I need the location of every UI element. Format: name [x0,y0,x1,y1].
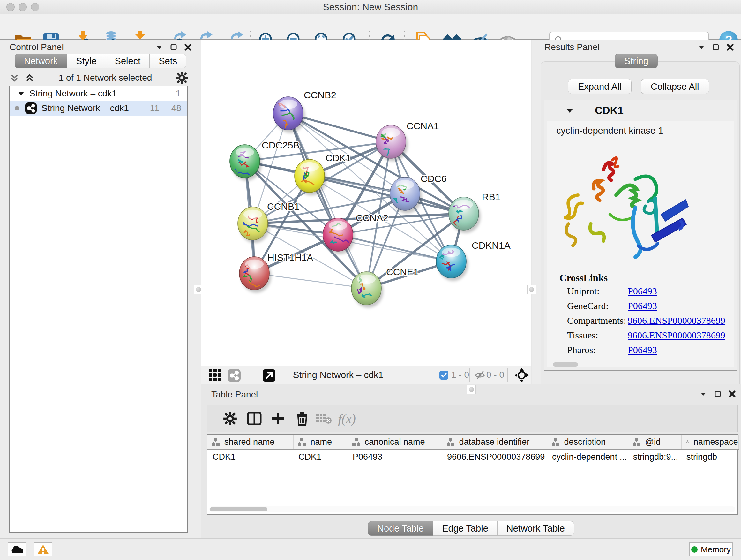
crosslink-link[interactable]: P06493 [628,286,657,297]
collapse-all-networks-icon[interactable] [24,72,35,83]
column-header-canonical-name[interactable]: canonical name [347,435,442,449]
grid-view-icon[interactable] [208,368,222,382]
node-table[interactable]: shared namenamecanonical namedatabase id… [207,434,738,515]
crosslink-label: Uniprot: [559,286,628,297]
edge-CCNA2-CDKN1A[interactable] [338,235,451,261]
edge-count: 48 [172,103,181,113]
delete-column-button[interactable] [293,409,312,428]
share-view-icon[interactable] [227,369,241,382]
crosslinks-title: CrossLinks [559,272,725,284]
table-options-button[interactable] [220,409,240,428]
collapse-panel-icon[interactable] [697,44,705,51]
warnings-button[interactable] [34,543,52,557]
node-CDKN1A[interactable]: CDKN1A [436,240,511,281]
delete-table-button-disabled [314,409,333,428]
tab-node-table[interactable]: Node Table [368,521,433,536]
table-cell[interactable]: CDK1 [293,449,347,464]
column-header-database-identifier[interactable]: database identifier [442,435,547,449]
node-RB1[interactable]: RB1 [449,192,500,233]
hierarchy-icon [686,438,689,446]
crosslink-link[interactable]: 9606.ENSP00000378699 [628,330,725,341]
show-columns-button[interactable] [245,409,264,428]
table-hscrollbar[interactable] [209,506,735,512]
expand-all-networks-icon[interactable] [9,72,20,83]
tree-expand-icon[interactable] [17,90,25,98]
expand-collapse-box: Expand All Collapse All [544,73,737,98]
cloud-status-button[interactable] [8,543,26,557]
hidden-counts: 0 - 0 [486,366,504,383]
column-header-shared-name[interactable]: shared name [207,435,293,449]
left-splitter-handle[interactable] [194,285,203,294]
float-panel-icon[interactable] [712,44,719,51]
entry-collapse-icon[interactable] [565,106,574,115]
tab-string[interactable]: String [615,54,658,68]
collapse-all-button[interactable]: Collapse All [641,79,709,94]
fx-icon: f(x) [338,411,356,426]
toolbar-separator [285,368,285,381]
protein-entry-header[interactable]: CDK1 [544,100,737,121]
tab-select[interactable]: Select [106,54,150,68]
right-splitter-handle[interactable] [527,285,536,294]
node-label: CCNE1 [386,266,419,277]
node-CCNB2[interactable]: CCNB2 [273,90,336,133]
expand-all-button[interactable]: Expand All [568,79,631,94]
create-column-button[interactable] [268,409,287,428]
tab-network-table[interactable]: Network Table [497,521,574,536]
column-header-namespace[interactable]: namespace [681,435,738,449]
tab-style[interactable]: Style [67,54,106,68]
tab-network[interactable]: Network [15,54,67,68]
table-cell[interactable]: stringdb [681,449,738,464]
column-header-@id[interactable]: @id [628,435,681,449]
node-label: CDK1 [326,152,351,163]
network-canvas[interactable]: CCNB2CCNA1CDC25BCDK1CDC6RB1CCNB1CCNA2CDK… [201,40,531,366]
node-CDC25B[interactable]: CDC25B [230,140,299,181]
network-collection-row[interactable]: String Network – cdk1 1 [10,86,187,101]
memory-button[interactable]: Memory [689,543,733,557]
float-panel-icon[interactable] [714,390,721,397]
crosslink-link[interactable]: P06493 [628,345,657,355]
network-row-selected[interactable]: String Network – cdk1 11 48 [10,101,187,116]
network-options-gear-icon[interactable] [176,71,188,84]
node-label: CDC25B [262,140,299,150]
close-panel-icon[interactable] [726,44,734,51]
table-cell[interactable]: CDK1 [207,449,293,464]
table-row[interactable]: CDK1CDK1P064939606.ENSP00000378699cyclin… [207,449,738,464]
control-panel: Control Panel NetworkStyleSelectSets 1 o… [0,40,201,538]
results-panel-title: Results Panel [544,42,600,52]
node-label: CDKN1A [472,240,511,251]
crosslink-link[interactable]: P06493 [628,300,657,311]
node-HIST1H1A[interactable]: HIST1H1A [239,252,313,293]
node-label: RB1 [482,192,500,202]
horizontal-splitter-handle[interactable] [467,385,476,394]
column-header-description[interactable]: description [547,435,628,449]
tab-edge-table[interactable]: Edge Table [433,521,497,536]
protein-name: CDK1 [595,105,623,117]
collection-count: 1 [176,88,181,99]
network-selection-status: 1 of 1 Network selected [35,73,176,83]
close-panel-icon[interactable] [728,390,736,398]
collapse-panel-icon[interactable] [699,390,707,398]
crosslink-row: GeneCard:P06493 [559,299,725,313]
birds-eye-navigator-icon[interactable] [515,368,529,382]
selected-checkbox[interactable] [440,371,448,380]
column-header-name[interactable]: name [293,435,347,449]
table-cell[interactable]: P06493 [347,449,442,464]
results-scrollbar-thumb[interactable] [553,362,578,367]
node-label: CCNA2 [356,212,388,223]
table-cell[interactable]: cyclin-dependent ... [547,449,628,464]
node-CCNA1[interactable]: CCNA1 [376,121,439,161]
table-cell[interactable]: stringdb:9... [628,449,681,464]
table-hscrollbar-thumb[interactable] [210,507,267,511]
network-name: String Network – cdk1 [42,103,150,113]
close-panel-icon[interactable] [184,44,192,51]
tab-sets[interactable]: Sets [150,54,186,68]
toolbar-separator [469,368,470,381]
node-label: CCNA1 [407,121,439,131]
crosslink-link[interactable]: 9606.ENSP00000378699 [628,315,725,326]
table-cell[interactable]: 9606.ENSP00000378699 [442,449,547,464]
crosslink-label: Pharos: [559,345,628,355]
float-panel-icon[interactable] [170,44,177,51]
memory-label: Memory [701,545,731,555]
open-in-window-icon[interactable] [262,369,276,382]
collapse-panel-icon[interactable] [155,44,163,51]
